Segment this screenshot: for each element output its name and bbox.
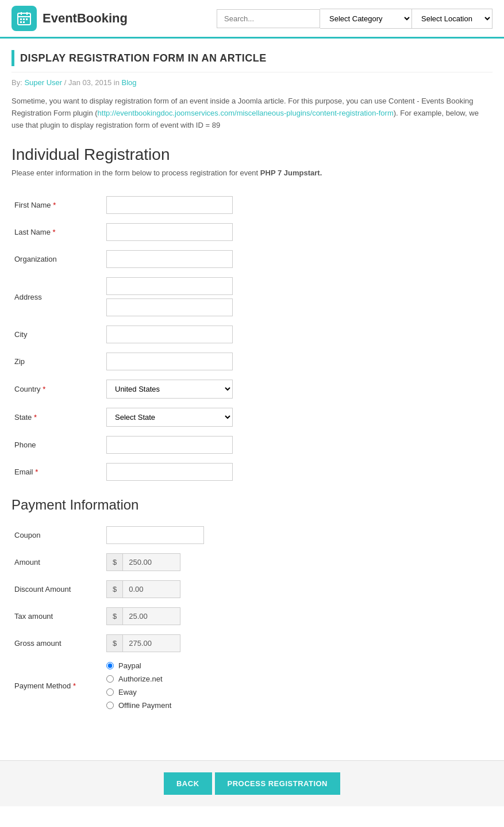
city-input[interactable] <box>106 326 233 343</box>
payment-methods: Paypal Authorize.net Eway Offline P <box>106 661 490 710</box>
header-right: Select Category Select Location <box>217 9 493 29</box>
table-row: Zip <box>11 348 493 375</box>
eway-label: Eway <box>118 688 137 696</box>
paypal-radio[interactable] <box>106 662 114 669</box>
meta-author-link[interactable]: Super User <box>24 78 62 87</box>
table-row: Coupon <box>11 522 493 549</box>
email-input[interactable] <box>106 463 233 481</box>
dollar-sign: $ <box>106 553 123 571</box>
city-label: City <box>11 321 103 348</box>
list-item[interactable]: Eway <box>106 688 490 696</box>
discount-input[interactable] <box>123 580 180 598</box>
article-body: Sometime, you want to display registrati… <box>11 95 493 131</box>
table-row: Country * United States <box>11 375 493 403</box>
title-accent-bar <box>11 50 14 66</box>
subtitle-prefix: Please enter information in the form bel… <box>11 169 260 177</box>
first-name-label: First Name * <box>11 192 103 219</box>
state-select[interactable]: Select State <box>106 408 233 427</box>
logo-icon <box>11 6 37 31</box>
eway-radio[interactable] <box>106 688 114 696</box>
table-row: Amount $ <box>11 549 493 576</box>
logo-text: EventBooking <box>43 11 128 26</box>
coupon-label: Coupon <box>11 522 103 549</box>
country-label: Country * <box>11 375 103 403</box>
table-row: Organization <box>11 246 493 273</box>
search-input[interactable] <box>217 9 320 28</box>
table-row: Tax amount $ <box>11 603 493 630</box>
plugin-link[interactable]: http://eventbookingdoc.joomservices.com/… <box>98 109 394 117</box>
table-row: Payment Method * Paypal Authorize.net <box>11 657 493 714</box>
zip-input[interactable] <box>106 353 233 370</box>
svg-rect-6 <box>26 18 28 20</box>
table-row: Address <box>11 273 493 321</box>
process-registration-button[interactable]: PROCESS REGISTRATION <box>215 772 340 795</box>
state-label: State * <box>11 403 103 431</box>
gross-label: Gross amount <box>11 630 103 657</box>
list-item[interactable]: Offline Payment <box>106 701 490 710</box>
footer-bar: BACK PROCESS REGISTRATION <box>0 760 504 806</box>
location-select[interactable]: Select Location <box>412 9 493 29</box>
offline-radio[interactable] <box>106 702 114 709</box>
dollar-sign: $ <box>106 634 123 652</box>
required-star: * <box>53 201 56 209</box>
required-star: * <box>73 681 76 690</box>
list-item[interactable]: Authorize.net <box>106 675 490 683</box>
organization-input[interactable] <box>106 250 233 268</box>
authorize-radio[interactable] <box>106 675 114 683</box>
table-row: Last Name * <box>11 219 493 246</box>
category-select[interactable]: Select Category <box>320 9 412 29</box>
calendar-icon <box>17 11 32 26</box>
event-name: PHP 7 Jumpstart. <box>260 169 322 177</box>
address-input-1[interactable] <box>106 277 233 295</box>
required-star: * <box>35 468 38 476</box>
tax-field: $ <box>106 607 490 625</box>
table-row: Discount Amount $ <box>11 576 493 603</box>
svg-rect-4 <box>20 18 22 20</box>
last-name-input[interactable] <box>106 223 233 241</box>
table-row: First Name * <box>11 192 493 219</box>
last-name-label: Last Name * <box>11 219 103 246</box>
discount-field: $ <box>106 580 490 598</box>
back-button[interactable]: BACK <box>164 772 212 795</box>
registration-form: First Name * Last Name * Organization <box>11 192 493 485</box>
country-select[interactable]: United States <box>106 380 233 399</box>
payment-form: Coupon Amount $ Discount Amount <box>11 522 493 714</box>
phone-input[interactable] <box>106 436 233 454</box>
required-star: * <box>43 385 45 393</box>
payment-title: Payment Information <box>11 497 493 513</box>
organization-label: Organization <box>11 246 103 273</box>
dollar-sign: $ <box>106 580 123 598</box>
discount-label: Discount Amount <box>11 576 103 603</box>
tax-label: Tax amount <box>11 603 103 630</box>
gross-field: $ <box>106 634 490 652</box>
email-label: Email * <box>11 458 103 485</box>
header: EventBooking Select Category Select Loca… <box>0 0 504 39</box>
zip-label: Zip <box>11 348 103 375</box>
article-title-bar: DISPLAY REGISTRATION FORM IN AN ARTICLE <box>11 50 493 72</box>
article-title: DISPLAY REGISTRATION FORM IN AN ARTICLE <box>20 52 267 64</box>
table-row: Gross amount $ <box>11 630 493 657</box>
svg-rect-5 <box>23 18 25 20</box>
logo-area: EventBooking <box>11 6 217 31</box>
list-item[interactable]: Paypal <box>106 661 490 670</box>
table-row: State * Select State <box>11 403 493 431</box>
amount-input[interactable] <box>123 553 180 571</box>
svg-rect-7 <box>20 21 22 23</box>
address-input-2[interactable] <box>106 298 233 316</box>
table-row: City <box>11 321 493 348</box>
tax-input[interactable] <box>123 607 180 625</box>
table-row: Phone <box>11 431 493 458</box>
meta-category-link[interactable]: Blog <box>122 78 137 87</box>
first-name-input[interactable] <box>106 196 233 214</box>
gross-input[interactable] <box>123 634 180 652</box>
main-content: DISPLAY REGISTRATION FORM IN AN ARTICLE … <box>0 39 504 743</box>
required-star: * <box>34 413 37 422</box>
amount-label: Amount <box>11 549 103 576</box>
authorize-label: Authorize.net <box>118 675 163 683</box>
meta-by: By: <box>11 78 22 87</box>
registration-title: Individual Registration <box>11 146 493 164</box>
paypal-label: Paypal <box>118 661 141 670</box>
address-label: Address <box>11 273 103 321</box>
registration-subtitle: Please enter information in the form bel… <box>11 169 493 177</box>
coupon-input[interactable] <box>106 526 204 544</box>
